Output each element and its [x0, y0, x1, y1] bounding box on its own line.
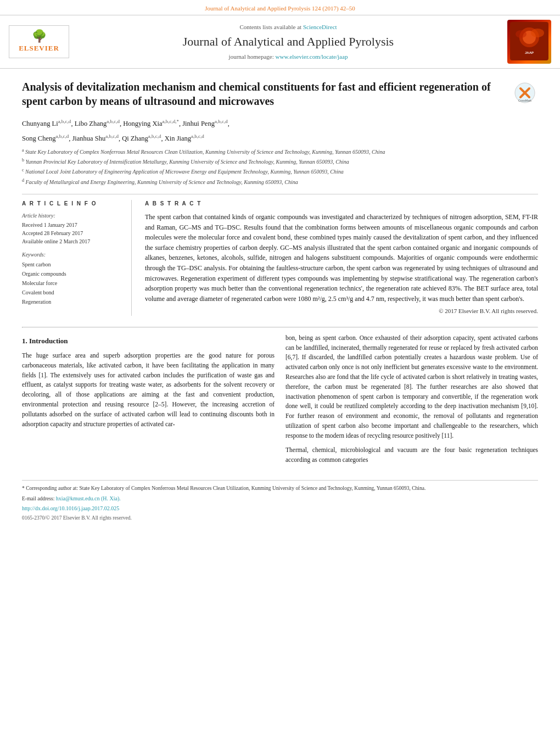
article-history-title: Article history:	[22, 212, 122, 220]
journal-top-link[interactable]: Journal of Analytical and Applied Pyroly…	[0, 0, 560, 15]
elsevier-tree-icon: 🌳	[32, 30, 47, 42]
journal-homepage: journal homepage: www.elsevier.com/locat…	[75, 53, 502, 61]
intro-para-left: The huge surface area and superb adsorpt…	[22, 351, 275, 429]
header-bar: 🌳 ELSEVIER Contents lists available at S…	[0, 15, 560, 69]
affiliations: a State Key Laboratory of Complex Nonfer…	[22, 147, 538, 186]
footnote-corresponding: * Corresponding author at: State Key Lab…	[22, 485, 538, 492]
keywords-list: Spent carbon Organic compounds Molecular…	[22, 260, 122, 306]
doi-link[interactable]: http://dx.doi.org/10.1016/j.jaap.2017.02…	[22, 505, 119, 511]
keyword-4: Covalent bond	[22, 288, 122, 297]
footnote-doi: http://dx.doi.org/10.1016/j.jaap.2017.02…	[22, 505, 538, 512]
authors-line2: Song Chenga,b,c,d, Jianhua Shua,b,c,d, Q…	[22, 132, 538, 144]
body-col-left: 1. Introduction The huge surface area an…	[22, 333, 275, 470]
available-date: Available online 2 March 2017	[22, 237, 122, 246]
abstract-label: A B S T R A C T	[145, 200, 538, 208]
svg-text:CrossMark: CrossMark	[518, 99, 532, 102]
abstract-col: A B S T R A C T The spent carbon that co…	[145, 200, 538, 316]
affiliation-b: b Yunnan Provincial Key Laboratory of In…	[22, 157, 538, 166]
body-two-col: 1. Introduction The huge surface area an…	[22, 333, 538, 470]
intro-para-right-2: Thermal, chemical, microbiological and v…	[285, 445, 538, 465]
affiliation-a: a State Key Laboratory of Complex Nonfer…	[22, 147, 538, 156]
article-info-col: A R T I C L E I N F O Article history: R…	[22, 200, 132, 316]
keywords-title: Keywords:	[22, 251, 122, 259]
sciencedirect-link[interactable]: ScienceDirect	[303, 24, 337, 30]
footnote-email: E-mail address: hxia@kmust.edu.cn (H. Xi…	[22, 495, 538, 503]
abstract-text: The spent carbon that contained kinds of…	[145, 212, 538, 304]
footer-issn: 0165-2370/© 2017 Elsevier B.V. All right…	[22, 515, 538, 522]
footnotes-section: * Corresponding author at: State Key Lab…	[22, 480, 538, 522]
authors-line1: Chunyang Lia,b,c,d, Libo Zhanga,b,c,d, H…	[22, 117, 538, 129]
page: Journal of Analytical and Applied Pyroly…	[0, 0, 560, 742]
svg-point-3	[531, 29, 544, 37]
intro-para-right: bon, being as spent carbon. Once exhaust…	[285, 333, 538, 441]
affiliation-d: d Faculty of Metallurgical and Energy En…	[22, 177, 538, 186]
copyright: © 2017 Elsevier B.V. All rights reserved…	[145, 307, 538, 315]
elsevier-logo: 🌳 ELSEVIER	[9, 25, 69, 58]
body-col-right: bon, being as spent carbon. Once exhaust…	[285, 333, 538, 470]
article-body: Analysis of devitalization mechanism and…	[0, 69, 560, 533]
article-info-label: A R T I C L E I N F O	[22, 200, 122, 208]
keyword-1: Spent carbon	[22, 260, 122, 269]
article-title: Analysis of devitalization mechanism and…	[22, 80, 503, 108]
body-divider	[22, 327, 538, 328]
crossmark-logo[interactable]: CrossMark	[512, 80, 538, 106]
accepted-date: Accepted 28 February 2017	[22, 229, 122, 237]
contents-available: Contents lists available at ScienceDirec…	[75, 23, 502, 31]
journal-logo-text: JAAP	[510, 22, 548, 62]
header-center: Contents lists available at ScienceDirec…	[75, 23, 502, 62]
elsevier-label: ELSEVIER	[19, 43, 59, 53]
article-title-section: Analysis of devitalization mechanism and…	[22, 80, 538, 108]
intro-heading: 1. Introduction	[22, 336, 275, 347]
divider-1	[22, 194, 538, 194]
journal-title-header: Journal of Analytical and Applied Pyroly…	[75, 34, 502, 51]
keyword-3: Molecular force	[22, 278, 122, 288]
keywords-group: Keywords: Spent carbon Organic compounds…	[22, 251, 122, 306]
journal-logo: JAAP	[507, 20, 551, 64]
received-date: Received 1 January 2017	[22, 221, 122, 229]
keyword-2: Organic compounds	[22, 269, 122, 278]
article-history-group: Article history: Received 1 January 2017…	[22, 212, 122, 246]
keyword-5: Regeneration	[22, 297, 122, 306]
svg-point-4	[516, 30, 527, 38]
svg-text:JAAP: JAAP	[525, 51, 534, 54]
journal-volume-link[interactable]: Journal of Analytical and Applied Pyroly…	[205, 5, 355, 12]
article-info-abstract: A R T I C L E I N F O Article history: R…	[22, 200, 538, 316]
footnote-email-link[interactable]: hxia@kmust.edu.cn (H. Xia).	[56, 495, 121, 501]
journal-homepage-link[interactable]: www.elsevier.com/locate/jaap	[276, 53, 348, 60]
affiliation-c: c National Local Joint Laboratory of Eng…	[22, 167, 538, 176]
